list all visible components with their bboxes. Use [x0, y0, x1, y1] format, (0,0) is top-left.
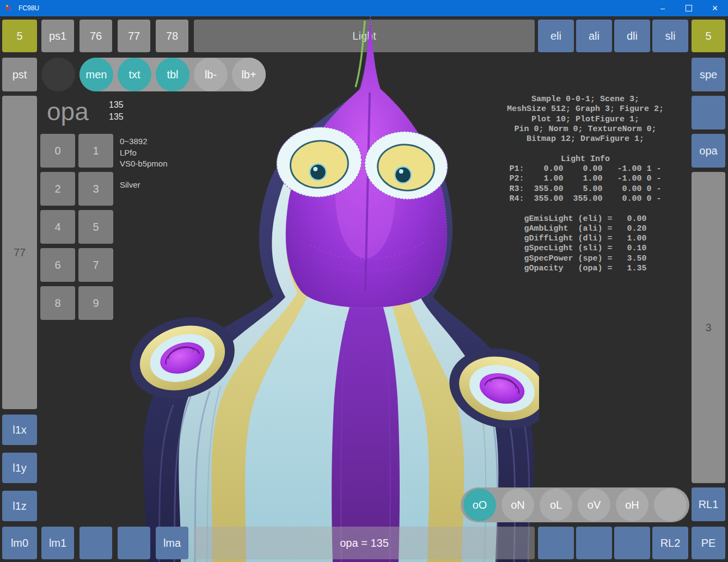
bottom-right-blank-2-button[interactable] — [576, 527, 612, 559]
param-range: 0~3892 — [120, 137, 147, 146]
pe-button[interactable]: PE — [692, 527, 725, 559]
accent-right-button[interactable]: 5 — [692, 20, 725, 52]
txt-button[interactable]: txt — [118, 58, 151, 91]
oH-button[interactable]: oH — [616, 489, 649, 521]
right-slider-value: 3 — [705, 322, 711, 334]
maximize-icon — [686, 5, 692, 11]
mode-78-button[interactable]: 78 — [156, 20, 188, 52]
spe-button[interactable]: spe — [692, 58, 725, 91]
numpad-3[interactable]: 3 — [78, 172, 113, 206]
opa-button[interactable]: opa — [692, 134, 725, 168]
window-title: FC98U — [19, 4, 39, 12]
param-tag2: VS0-b5pmon — [120, 159, 168, 168]
info-readout: Sample 0-0-1; Scene 3; MeshSize 512; Gra… — [500, 95, 670, 274]
figure-render[interactable] — [125, 16, 539, 562]
param-value-2: 135 — [109, 111, 124, 123]
right-slider[interactable]: 3 — [692, 172, 725, 483]
numpad-6[interactable]: 6 — [40, 248, 75, 282]
numpad-2[interactable]: 2 — [40, 172, 75, 206]
tbl-button[interactable]: tbl — [156, 58, 189, 91]
numpad-0[interactable]: 0 — [40, 134, 75, 168]
l1y-button[interactable]: l1y — [2, 453, 37, 483]
lb-plus-button[interactable]: lb+ — [232, 58, 266, 91]
mode-76-button[interactable]: 76 — [79, 20, 112, 52]
param-material: Silver — [120, 180, 140, 189]
dli-button[interactable]: dli — [614, 20, 650, 52]
numpad-1[interactable]: 1 — [78, 134, 113, 168]
lm0-button[interactable]: lm0 — [2, 527, 37, 559]
oL-button[interactable]: oL — [540, 489, 572, 521]
numpad-4[interactable]: 4 — [40, 210, 75, 244]
param-name: opa — [47, 97, 89, 126]
ps1-button[interactable]: ps1 — [41, 20, 74, 52]
bottom-blank-2-button[interactable] — [118, 527, 150, 559]
sli-button[interactable]: sli — [652, 20, 688, 52]
param-values: 135 135 — [109, 99, 124, 123]
maximize-button[interactable] — [676, 0, 702, 16]
rl1-button[interactable]: RL1 — [692, 487, 725, 521]
eli-button[interactable]: eli — [538, 20, 574, 52]
rl2-button[interactable]: RL2 — [652, 527, 688, 559]
numpad-7[interactable]: 7 — [78, 248, 113, 282]
men-button[interactable]: men — [79, 58, 113, 91]
l1x-button[interactable]: l1x — [2, 415, 37, 445]
close-button[interactable]: × — [702, 0, 728, 16]
bottom-blank-1-button[interactable] — [79, 527, 112, 559]
lma-button[interactable]: lma — [156, 527, 188, 559]
l1z-button[interactable]: l1z — [2, 491, 37, 521]
ali-button[interactable]: ali — [576, 20, 612, 52]
titlebar[interactable]: FC98U – × — [0, 0, 728, 16]
overlay-blank-button[interactable] — [654, 489, 687, 521]
mode-77-button[interactable]: 77 — [118, 20, 150, 52]
bottom-right-blank-1-button[interactable] — [538, 527, 574, 559]
status-bar: opa = 135 — [194, 527, 535, 559]
left-slider[interactable]: 77 — [2, 96, 37, 409]
oN-button[interactable]: oN — [501, 489, 534, 521]
application-window: FC98U – × 5 ps1 76 77 78 Light eli ali d… — [0, 0, 728, 562]
blank-circle-button[interactable] — [41, 58, 75, 91]
left-slider-value: 77 — [14, 246, 26, 259]
param-value-1: 135 — [109, 99, 124, 111]
bottom-right-blank-3-button[interactable] — [614, 527, 650, 559]
param-tag1: LPfo — [120, 148, 137, 157]
numpad-5[interactable]: 5 — [78, 210, 113, 244]
numpad-8[interactable]: 8 — [40, 286, 75, 320]
pst-button[interactable]: pst — [2, 58, 37, 91]
numpad-9[interactable]: 9 — [78, 286, 113, 320]
blank-blue-button[interactable] — [692, 96, 725, 129]
accent-left-button[interactable]: 5 — [2, 20, 37, 52]
minimize-button[interactable]: – — [650, 0, 676, 16]
oV-button[interactable]: oV — [578, 489, 610, 521]
lm1-button[interactable]: lm1 — [41, 527, 74, 559]
oO-button[interactable]: oO — [463, 489, 496, 521]
lb-minus-button[interactable]: lb- — [194, 58, 228, 91]
app-icon — [4, 3, 14, 13]
window-controls: – × — [650, 0, 728, 16]
